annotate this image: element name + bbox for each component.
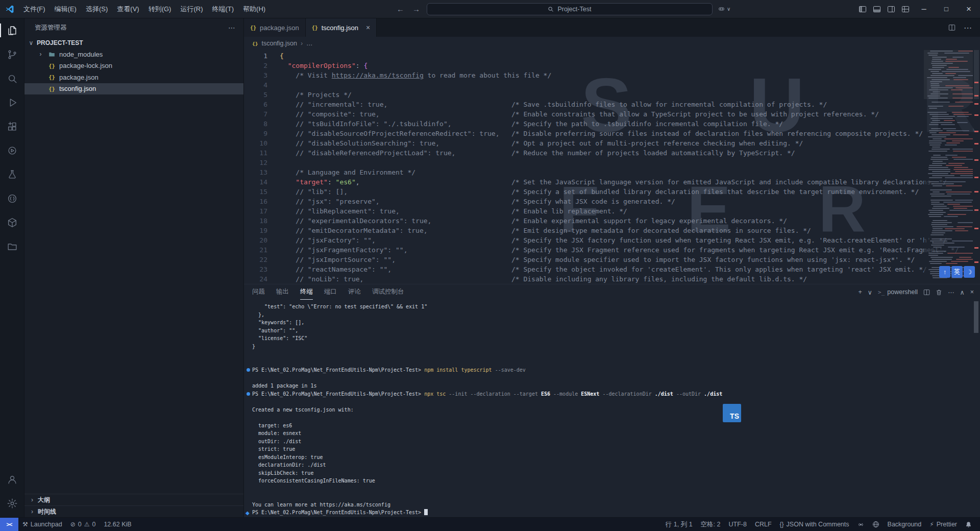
status-encoding[interactable]: UTF-8	[725, 521, 751, 528]
scrollbar-slider[interactable]	[974, 50, 979, 99]
menu-item[interactable]: 查看(V)	[112, 3, 143, 16]
chevron-up-icon[interactable]: ∧	[960, 288, 965, 296]
search-icon[interactable]	[0, 66, 24, 90]
code-line[interactable]: 2 "compilerOptions": {	[244, 61, 980, 70]
terminal-line[interactable]: },	[252, 311, 980, 319]
toggle-sidebar-icon[interactable]	[855, 0, 870, 18]
minimap[interactable]	[924, 50, 973, 284]
editor-more-icon[interactable]: ⋯	[964, 23, 972, 33]
editor-content[interactable]: 1{2 "compilerOptions": {3 /* Visit https…	[244, 50, 980, 284]
terminal-line[interactable]: "keywords": [],	[252, 319, 980, 327]
terminal-line[interactable]: strict: true	[252, 445, 980, 453]
menu-item[interactable]: 选择(S)	[81, 3, 112, 16]
menu-item[interactable]: 运行(R)	[176, 3, 207, 16]
status-background-extension[interactable]: Background	[884, 521, 926, 528]
explorer-icon[interactable]	[0, 18, 24, 42]
split-editor-icon[interactable]	[948, 24, 955, 31]
terminal-line[interactable]: "test": "echo \"Error: no test specified…	[252, 303, 980, 311]
command-decoration-icon[interactable]	[247, 392, 250, 396]
terminal-line[interactable]	[252, 358, 980, 367]
menu-item[interactable]: 转到(G)	[144, 3, 176, 16]
terminal-line[interactable]: module: esnext	[252, 429, 980, 438]
terminal-line[interactable]: skipLibCheck: true	[252, 469, 980, 477]
code-line[interactable]: 11 // "disableReferencedProjectLoad": tr…	[244, 148, 980, 158]
terminal-line[interactable]: PS E:\Net_02.ProMag\Net_FrontEndUtils-Np…	[252, 366, 980, 374]
extensions-icon[interactable]	[0, 114, 24, 138]
status-problems[interactable]: ⊘0⚠0	[66, 518, 100, 531]
command-center[interactable]: Project-Test	[427, 3, 713, 15]
account-icon[interactable]	[0, 467, 24, 491]
ime-lang[interactable]: 英	[951, 266, 963, 278]
code-line[interactable]: 24 // "noLib": true,/* Disable including…	[244, 274, 980, 284]
code-line[interactable]: 19 // "emitDecoratorMetadata": true,/* E…	[244, 226, 980, 235]
code-line[interactable]: 1{	[244, 51, 980, 61]
terminal-line[interactable]: }	[252, 343, 980, 351]
terminal-line[interactable]: PS E:\Net_02.ProMag\Net_FrontEndUtils-Np…	[252, 390, 980, 398]
tab-tsconfig.json[interactable]: {}tsconfig.json×	[306, 18, 377, 37]
panel-tab-终端[interactable]: 终端	[300, 284, 313, 300]
status-notifications[interactable]	[961, 521, 976, 528]
code-line[interactable]: 4	[244, 80, 980, 90]
breadcrumb-symbol[interactable]: …	[306, 40, 313, 47]
code-line[interactable]: 13 /* Language and Environment */	[244, 167, 980, 177]
terminal-line[interactable]: declarationDir: ./dist	[252, 461, 980, 469]
customize-layout-icon[interactable]	[898, 0, 913, 18]
terminal-line[interactable]: "author": "",	[252, 327, 980, 335]
command-decoration-icon[interactable]	[247, 368, 250, 372]
close-icon[interactable]: ×	[970, 288, 974, 296]
terminal-line[interactable]	[252, 414, 980, 422]
status-indentation[interactable]: 空格: 2	[697, 520, 725, 529]
tree-item-package-lock.json[interactable]: {}package-lock.json	[24, 60, 243, 72]
powershell-icon[interactable]: >_powershell	[878, 288, 918, 296]
code-line[interactable]: 14 "target": "es6",/* Set the JavaScript…	[244, 177, 980, 187]
code-line[interactable]: 21 // "jsxFragmentFactory": "",/* Specif…	[244, 245, 980, 255]
toggle-panel-icon[interactable]	[870, 0, 884, 18]
testing-icon[interactable]	[0, 162, 24, 186]
terminal-line[interactable]: Created a new tsconfig.json with:	[252, 406, 980, 414]
panel-tab-调试控制台[interactable]: 调试控制台	[372, 284, 404, 300]
project-section-header[interactable]: ∨ PROJECT-TEST	[24, 37, 243, 49]
code-line[interactable]: 17 // "libReplacement": true,/* Enable l…	[244, 206, 980, 216]
json-tools-icon[interactable]	[0, 186, 24, 210]
ime-input-icon[interactable]: ↑	[939, 266, 950, 278]
toggle-secondary-sidebar-icon[interactable]	[884, 0, 898, 18]
menu-item[interactable]: 帮助(H)	[238, 3, 270, 16]
copilot-menu[interactable]: ∨	[718, 5, 730, 13]
maximize-button[interactable]: □	[935, 0, 958, 18]
ime-moon-icon[interactable]: ☽	[964, 266, 975, 278]
code-line[interactable]: 8 // "tsBuildInfoFile": "./.tsbuildinfo"…	[244, 119, 980, 129]
breadcrumb-file[interactable]: tsconfig.json	[261, 40, 297, 47]
code-line[interactable]: 3 /* Visit https://aka.ms/tsconfig to re…	[244, 70, 980, 80]
status-file-size[interactable]: 12.62 KiB	[100, 518, 135, 531]
terminal-line[interactable]: outDir: ./dist	[252, 438, 980, 446]
overview-ruler[interactable]	[973, 50, 980, 284]
sidebar-more-icon[interactable]: ⋯	[228, 23, 235, 32]
breadcrumb[interactable]: {} tsconfig.json › …	[244, 37, 980, 50]
sidebar-section-大纲[interactable]: ›大纲	[24, 494, 243, 505]
status-cursor-position[interactable]: 行 1, 列 1	[662, 520, 697, 529]
code-line[interactable]: 5 /* Projects */	[244, 90, 980, 100]
status-language-mode[interactable]: {}JSON with Comments	[776, 521, 853, 528]
terminal-line[interactable]: target: es6	[252, 422, 980, 430]
more-icon[interactable]: ⋯	[948, 288, 954, 296]
menu-item[interactable]: 文件(F)	[19, 3, 50, 16]
panel-tab-输出[interactable]: 输出	[276, 284, 289, 300]
run-debug-icon[interactable]	[0, 90, 24, 114]
code-line[interactable]: 18 // "experimentalDecorators": true,/* …	[244, 216, 980, 226]
terminal-line[interactable]: forceConsistentCasingInFileNames: true	[252, 477, 980, 485]
panel-tab-端口[interactable]: 端口	[324, 284, 337, 300]
code-line[interactable]: 23 // "reactNamespace": "",/* Specify th…	[244, 264, 980, 274]
minimap-viewport[interactable]	[924, 50, 973, 99]
forward-button[interactable]: →	[411, 5, 422, 13]
settings-gear-icon[interactable]	[0, 491, 24, 515]
terminal-line[interactable]: You can learn more at https://aka.ms/tsc…	[252, 501, 980, 509]
code-editor[interactable]: SUR FER 1{2 "compilerOptions": {3 /* Vis…	[244, 50, 980, 284]
terminal-line[interactable]	[252, 485, 980, 493]
menu-item[interactable]: 编辑(E)	[50, 3, 81, 16]
remote-indicator[interactable]: ><	[0, 518, 18, 531]
code-line[interactable]: 10 // "disableSolutionSearching": true,/…	[244, 138, 980, 148]
code-line[interactable]: 12	[244, 158, 980, 167]
close-window-button[interactable]: ×	[958, 0, 980, 18]
tree-item-package.json[interactable]: {}package.json	[24, 71, 243, 83]
code-line[interactable]: 16 // "jsx": "preserve",/* Specify what …	[244, 197, 980, 206]
